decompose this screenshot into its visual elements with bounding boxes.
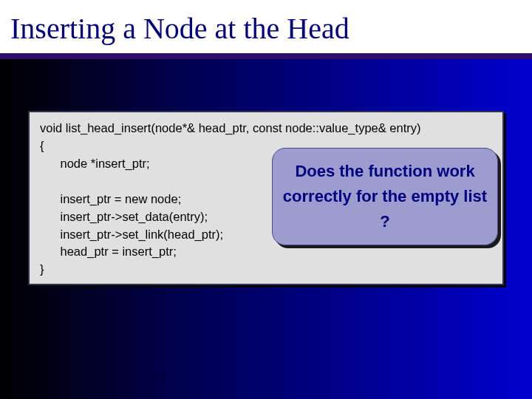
code-line: head_ptr = insert_ptr; [40, 245, 177, 258]
code-line: node *insert_ptr; [40, 157, 150, 170]
code-line: insert_ptr = new node; [40, 192, 181, 205]
code-line: void list_head_insert(node*& head_ptr, c… [40, 121, 421, 134]
slide-title: Inserting a Node at the Head [10, 13, 519, 44]
code-line: } [40, 262, 44, 276]
code-line: { [40, 139, 44, 152]
slide: Inserting a Node at the Head void list_h… [0, 0, 532, 399]
title-bar: Inserting a Node at the Head [0, 0, 532, 53]
question-callout: Does the function work correctly for the… [272, 148, 498, 245]
title-underline [0, 53, 532, 62]
code-line: insert_ptr->set_data(entry); [40, 210, 208, 223]
code-line: insert_ptr->set_link(head_ptr); [40, 228, 223, 241]
callout-text: Does the function work correctly for the… [282, 159, 488, 234]
